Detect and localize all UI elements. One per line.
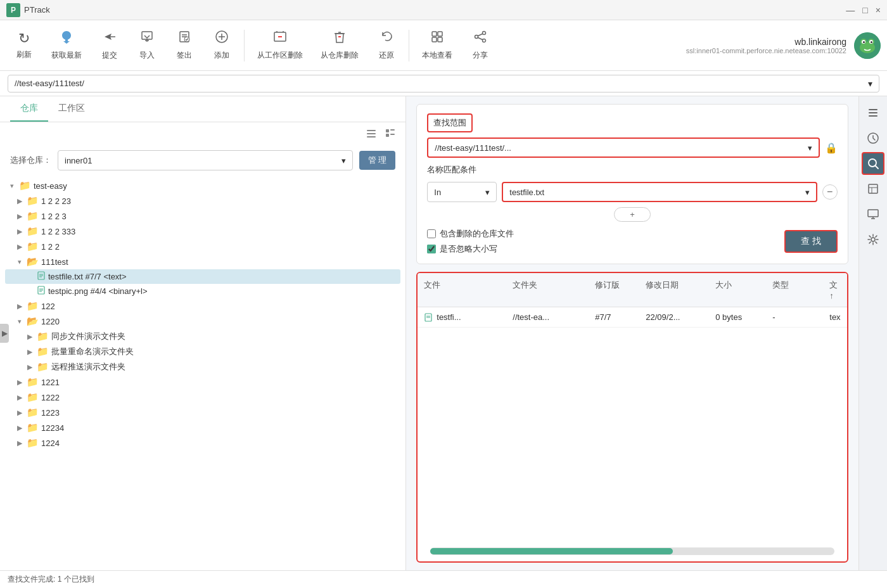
sidebar-icon-search[interactable] — [862, 152, 884, 175]
tree-item[interactable]: ▶ 📁 1 2 2 — [5, 239, 400, 254]
left-panel-toolbar — [0, 122, 405, 145]
cell-type: - — [766, 311, 823, 323]
tree-item[interactable]: ▶ 📁 122 — [5, 298, 400, 314]
folder-icon: 📁 — [19, 180, 31, 191]
tree-item[interactable]: ▶ 📁 1 2 2 333 — [5, 224, 400, 239]
toolbar-checkout[interactable]: 签出 — [167, 26, 201, 65]
checkbox-ignore-case-input[interactable] — [427, 245, 436, 253]
tree-item[interactable]: ▾ 📁 test-easy — [5, 178, 400, 193]
checkbox-deleted[interactable]: 包含删除的仓库文件 — [427, 228, 514, 240]
tree-item[interactable]: ▶ 📁 12234 — [5, 420, 400, 435]
remove-condition-button[interactable]: − — [822, 184, 838, 200]
add-condition-button[interactable]: + — [614, 207, 651, 222]
sidebar-icon-settings[interactable] — [862, 228, 884, 251]
scope-input[interactable]: //test-easy/111test/... ▾ — [427, 137, 819, 158]
svg-point-23 — [475, 35, 478, 39]
tree-item[interactable]: ▶ 📁 1 2 2 23 — [5, 193, 400, 208]
main-area: 仓库 工作区 选择仓库： — [0, 96, 887, 570]
svg-rect-40 — [390, 134, 395, 135]
tab-repo[interactable]: 仓库 — [10, 96, 48, 122]
file-icon — [37, 286, 46, 297]
sidebar-icon-history[interactable] — [862, 127, 884, 150]
toolbar-share[interactable]: 分享 — [463, 26, 497, 65]
sidebar-icon-list[interactable] — [862, 101, 884, 124]
toolbar-divider1 — [244, 30, 245, 61]
toolbar-remove-repo[interactable]: 从仓库删除 — [313, 26, 366, 65]
titlebar: P PTrack — □ × — [0, 0, 887, 20]
tree-item[interactable]: ▾ 📂 1220 — [5, 314, 400, 329]
status-text: 查找文件完成: 1 个已找到 — [8, 574, 94, 585]
sidebar-icon-repo[interactable] — [862, 177, 884, 200]
tree-item-label: 1220 — [41, 317, 60, 326]
svg-point-21 — [482, 32, 485, 35]
user-name: wb.linkairong — [686, 37, 846, 47]
tree-view-icon[interactable] — [383, 126, 398, 141]
cell-file: testfi... — [418, 311, 506, 323]
repo-dropdown[interactable]: inner01 ▾ — [58, 150, 353, 170]
checkbox-ignore-case[interactable]: 是否忽略大小写 — [427, 243, 514, 255]
svg-rect-54 — [869, 115, 877, 117]
toolbar-remove-workspace[interactable]: 从工作区删除 — [250, 26, 310, 65]
remove-repo-label: 从仓库删除 — [321, 50, 359, 61]
svg-rect-39 — [386, 134, 389, 137]
close-btn[interactable]: × — [876, 5, 881, 15]
tree-item[interactable]: testfile.txt #7/7 <text> — [5, 269, 400, 284]
tree-item-label: 批量重命名演示文件夹 — [51, 346, 134, 357]
checkbox-ignore-case-label: 是否忽略大小写 — [440, 243, 497, 255]
tree-item[interactable]: ▶ 📁 1 2 2 3 — [5, 208, 400, 224]
tree-item[interactable]: ▶ 📁 1223 — [5, 405, 400, 420]
tree-item[interactable]: ▶ 📁 1222 — [5, 390, 400, 405]
chevron-down-icon: ▾ — [8, 182, 16, 190]
tree-item[interactable]: ▶ 📁 1224 — [5, 435, 400, 451]
tree-item[interactable]: testpic.png #4/4 <binary+l> — [5, 284, 400, 298]
col-rev: 修订版 — [589, 277, 639, 303]
toolbar-submit[interactable]: 提交 — [92, 26, 127, 65]
tree-item[interactable]: ▾ 📂 111test — [5, 254, 400, 269]
path-input[interactable]: //test-easy/111test/ ▾ — [8, 75, 879, 93]
minimize-btn[interactable]: — — [846, 5, 855, 15]
toolbar-fetch[interactable]: 获取最新 — [44, 26, 89, 65]
results-table: 文件 文件夹 修订版 修改日期 大小 类型 文↑ testfi... — [416, 272, 848, 563]
left-panel: 仓库 工作区 选择仓库： — [0, 96, 406, 570]
checkbox-deleted-input[interactable] — [427, 229, 436, 238]
tab-workspace[interactable]: 工作区 — [48, 96, 95, 122]
share-label: 分享 — [473, 50, 488, 61]
left-panel-toggle[interactable]: ▶ — [0, 324, 9, 343]
lock-icon[interactable]: 🔒 — [825, 142, 838, 154]
list-view-icon[interactable] — [364, 126, 379, 141]
maximize-btn[interactable]: □ — [862, 5, 867, 15]
toolbar-revert[interactable]: 还原 — [369, 26, 404, 65]
tree-item-label: 111test — [41, 257, 68, 267]
add-icon — [215, 30, 229, 48]
avatar[interactable] — [854, 32, 881, 59]
results-hscroll[interactable] — [430, 547, 834, 555]
tree-item[interactable]: ▶ 📁 远程推送演示文件夹 — [5, 359, 400, 374]
manage-button[interactable]: 管 理 — [359, 151, 396, 170]
toolbar-add[interactable]: 添加 — [204, 26, 239, 65]
toolbar-import[interactable]: 导入 — [129, 26, 164, 65]
right-panel: 查找范围 //test-easy/111test/... ▾ 🔒 名称匹配条件 — [406, 96, 858, 570]
folder-icon: 📁 — [27, 241, 39, 252]
search-button[interactable]: 查 找 — [784, 230, 838, 253]
svg-line-57 — [875, 166, 878, 169]
chevron-right-icon: ▶ — [15, 378, 24, 387]
svg-line-24 — [478, 34, 483, 36]
tree-item[interactable]: ▶ 📁 批量重命名演示文件夹 — [5, 344, 400, 359]
toolbar-refresh[interactable]: ↻ 刷新 — [6, 27, 41, 64]
tree-item[interactable]: ▶ 📁 1221 — [5, 374, 400, 390]
checkout-icon — [177, 30, 191, 48]
add-label: 添加 — [214, 50, 229, 61]
tree-item-label: testpic.png #4/4 <binary+l> — [48, 286, 147, 296]
toolbar-divider2 — [409, 30, 409, 61]
table-row[interactable]: testfi... //test-ea... #7/7 22/09/2... 0… — [418, 307, 846, 328]
toolbar-local-view[interactable]: 本地查看 — [414, 26, 460, 65]
file-tree: ▾ 📁 test-easy ▶ 📁 1 2 2 23 ▶ 📁 1 2 2 3 ▶… — [0, 176, 405, 570]
match-value-input[interactable]: testfile.txt ▾ — [502, 182, 817, 202]
tree-item[interactable]: ▶ 📁 同步文件演示文件夹 — [5, 329, 400, 344]
match-value-chevron-icon: ▾ — [805, 188, 810, 197]
match-type-dropdown[interactable]: In ▾ — [427, 182, 497, 202]
chevron-right-icon: ▶ — [25, 333, 34, 341]
col-file: 文件 — [418, 277, 506, 303]
cell-size: 0 bytes — [709, 311, 766, 323]
sidebar-icon-monitor[interactable] — [862, 203, 884, 226]
